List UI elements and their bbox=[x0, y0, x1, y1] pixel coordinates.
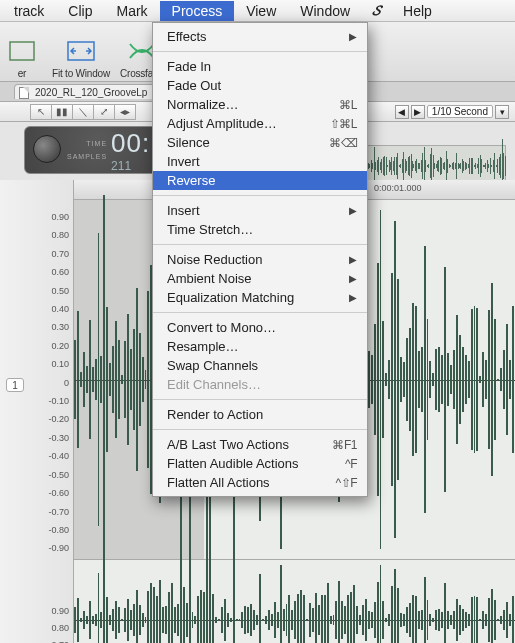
axis-tick: -0.30 bbox=[48, 429, 69, 447]
submenu-arrow-icon: ▶ bbox=[349, 254, 357, 265]
time-unit-prev[interactable]: ◀ bbox=[395, 105, 409, 119]
axis-tick: -0.40 bbox=[48, 447, 69, 465]
menu-item-silence[interactable]: Silence⌘⌫ bbox=[153, 133, 367, 152]
menu-mark[interactable]: Mark bbox=[104, 1, 159, 21]
menu-item-swap-channels[interactable]: Swap Channels bbox=[153, 356, 367, 375]
menu-item-reverse[interactable]: Reverse bbox=[153, 171, 367, 190]
menu-item-label: Equalization Matching bbox=[167, 290, 349, 305]
axis-tick: -0.50 bbox=[48, 466, 69, 484]
menu-shortcut: ^⇧F bbox=[336, 476, 357, 490]
menu-item-label: Render to Action bbox=[167, 407, 357, 422]
menu-item-label: Edit Channels… bbox=[167, 377, 357, 392]
axis-tick: -0.70 bbox=[48, 503, 69, 521]
menu-item-label: Invert bbox=[167, 154, 357, 169]
menu-item-flatten-audible-actions[interactable]: Flatten Audible Actions^F bbox=[153, 454, 367, 473]
pointer-tool[interactable]: ↖ bbox=[30, 104, 52, 120]
time-unit-stepper: ◀ ▶ 1/10 Second ▾ bbox=[395, 105, 515, 119]
time-unit-next[interactable]: ▶ bbox=[411, 105, 425, 119]
menu-item-label: Adjust Amplitude… bbox=[167, 116, 330, 131]
axis-tick: -0.20 bbox=[48, 410, 69, 428]
menu-item-adjust-amplitude[interactable]: Adjust Amplitude…⇧⌘L bbox=[153, 114, 367, 133]
document-icon bbox=[19, 87, 29, 99]
menu-track[interactable]: track bbox=[2, 1, 56, 21]
submenu-arrow-icon: ▶ bbox=[349, 292, 357, 303]
menu-view[interactable]: View bbox=[234, 1, 288, 21]
menu-item-edit-channels: Edit Channels… bbox=[153, 375, 367, 394]
menu-item-label: Convert to Mono… bbox=[167, 320, 357, 335]
time-value: 00: bbox=[111, 128, 150, 159]
submenu-arrow-icon: ▶ bbox=[349, 31, 357, 42]
menu-item-label: Flatten Audible Actions bbox=[167, 456, 345, 471]
axis-tick: 0.20 bbox=[48, 337, 69, 355]
menu-item-label: Swap Channels bbox=[167, 358, 357, 373]
document-filename: 2020_RL_120_GrooveLp bbox=[35, 87, 147, 98]
track-2-waveform[interactable] bbox=[74, 560, 515, 643]
track-number-badge[interactable]: 1 bbox=[6, 378, 24, 392]
amplitude-gutter: 0.900.800.700.600.500.400.300.200.100-0.… bbox=[0, 180, 74, 643]
menu-shortcut: ^F bbox=[345, 457, 357, 471]
axis-tick: 0.70 bbox=[51, 637, 69, 643]
tool-unknown-left[interactable]: er bbox=[2, 37, 42, 79]
menu-item-ambient-noise[interactable]: Ambient Noise▶ bbox=[153, 269, 367, 288]
axis-tick: -0.60 bbox=[48, 484, 69, 502]
menu-item-render-to-action[interactable]: Render to Action bbox=[153, 405, 367, 424]
menu-item-resample[interactable]: Resample… bbox=[153, 337, 367, 356]
axis-tick: -0.10 bbox=[48, 392, 69, 410]
menu-item-time-stretch[interactable]: Time Stretch… bbox=[153, 220, 367, 239]
process-menu: Effects▶Fade InFade OutNormalize…⌘LAdjus… bbox=[152, 22, 368, 497]
menu-shortcut: ⇧⌘L bbox=[330, 117, 357, 131]
menu-item-fade-out[interactable]: Fade Out bbox=[153, 76, 367, 95]
svg-rect-0 bbox=[10, 42, 34, 60]
script-menu-icon[interactable]: 𝓢 bbox=[362, 1, 391, 21]
menu-item-label: Reverse bbox=[167, 173, 357, 188]
menu-item-label: Fade Out bbox=[167, 78, 357, 93]
time-unit-label[interactable]: 1/10 Second bbox=[427, 105, 493, 118]
samples-value: 211 bbox=[111, 159, 150, 173]
counter-indicator bbox=[33, 135, 61, 163]
draw-tool[interactable]: ＼ bbox=[72, 104, 94, 120]
menu-item-label: A/B Last Two Actions bbox=[167, 437, 332, 452]
fit-to-window-button[interactable]: Fit to Window bbox=[52, 37, 110, 79]
submenu-arrow-icon: ▶ bbox=[349, 273, 357, 284]
menu-item-fade-in[interactable]: Fade In bbox=[153, 57, 367, 76]
menu-item-insert[interactable]: Insert▶ bbox=[153, 201, 367, 220]
menu-item-noise-reduction[interactable]: Noise Reduction▶ bbox=[153, 250, 367, 269]
menu-item-normalize[interactable]: Normalize…⌘L bbox=[153, 95, 367, 114]
menu-shortcut: ⌘L bbox=[339, 98, 357, 112]
menu-item-label: Ambient Noise bbox=[167, 271, 349, 286]
axis-tick: 0.50 bbox=[48, 282, 69, 300]
document-tab[interactable]: 2020_RL_120_GrooveLp bbox=[14, 84, 156, 99]
ruler-tick: 0:00:01.000 bbox=[374, 183, 422, 193]
menu-item-convert-to-mono[interactable]: Convert to Mono… bbox=[153, 318, 367, 337]
menu-window[interactable]: Window bbox=[288, 1, 362, 21]
menu-item-equalization-matching[interactable]: Equalization Matching▶ bbox=[153, 288, 367, 307]
menu-item-label: Fade In bbox=[167, 59, 357, 74]
menu-item-label: Normalize… bbox=[167, 97, 339, 112]
axis-tick: 0.80 bbox=[51, 620, 69, 637]
samples-label: SAMPLES bbox=[67, 153, 107, 160]
menu-item-effects[interactable]: Effects▶ bbox=[153, 27, 367, 46]
axis-tick: -0.90 bbox=[48, 539, 69, 557]
axis-tick: 0.90 bbox=[48, 208, 69, 226]
axis-tick: 0.30 bbox=[48, 318, 69, 336]
menu-item-label: Effects bbox=[167, 29, 349, 44]
menu-clip[interactable]: Clip bbox=[56, 1, 104, 21]
menu-item-flatten-all-actions[interactable]: Flatten All Actions^⇧F bbox=[153, 473, 367, 492]
axis-tick: 0.40 bbox=[48, 300, 69, 318]
menu-help[interactable]: Help bbox=[391, 1, 444, 21]
scrub-tool[interactable]: ◂▸ bbox=[114, 104, 136, 120]
menu-item-label: Time Stretch… bbox=[167, 222, 357, 237]
menu-process[interactable]: Process bbox=[160, 1, 235, 21]
axis-tick: 0.60 bbox=[48, 263, 69, 281]
axis-tick: 0.90 bbox=[51, 603, 69, 620]
zoom-tool[interactable]: ⤢ bbox=[93, 104, 115, 120]
time-unit-dropdown[interactable]: ▾ bbox=[495, 105, 509, 119]
axis-tick: 0.80 bbox=[48, 226, 69, 244]
menu-item-a-b-last-two-actions[interactable]: A/B Last Two Actions⌘F1 bbox=[153, 435, 367, 454]
axis-tick: -0.80 bbox=[48, 521, 69, 539]
menu-item-label: Silence bbox=[167, 135, 329, 150]
menu-item-invert[interactable]: Invert bbox=[153, 152, 367, 171]
range-tool[interactable]: ▮▮ bbox=[51, 104, 73, 120]
menu-shortcut: ⌘⌫ bbox=[329, 136, 357, 150]
menu-item-label: Noise Reduction bbox=[167, 252, 349, 267]
